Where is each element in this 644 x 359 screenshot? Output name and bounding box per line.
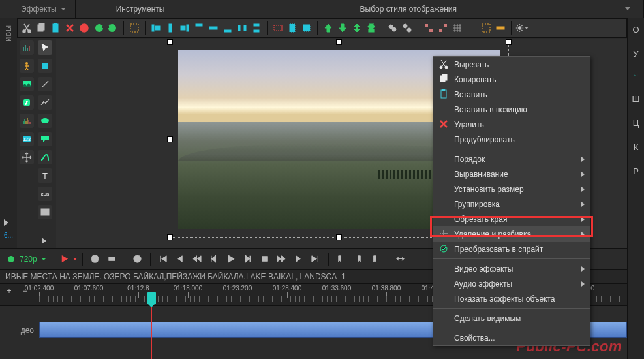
right-item-4[interactable]: Ц [633,118,639,128]
zoom-in-icon[interactable]: + [3,286,16,296]
pointer-tool-icon[interactable] [38,40,52,55]
playhead[interactable] [151,306,152,359]
same-width-icon[interactable] [271,22,284,35]
effects-tab[interactable]: Эффекты [12,0,76,18]
settings-corner[interactable] [611,0,644,18]
curve-tool-icon[interactable] [38,150,52,164]
ctx-set-size[interactable]: Установить размер [433,181,590,196]
right-item-3[interactable]: Ш [632,94,640,104]
ctx-order[interactable]: Порядок [433,151,590,166]
resize-handle-tl[interactable] [167,39,173,45]
settings-gear-icon[interactable] [515,22,529,35]
step-fwd-icon[interactable] [241,252,255,266]
ctx-duplicate[interactable]: Продублировать [433,132,590,147]
display-style-tab[interactable]: Выбор стиля отображения [206,0,611,18]
resolution-dropdown-icon[interactable] [41,258,46,260]
crop-marks-icon[interactable] [480,22,493,35]
marker-c-icon[interactable] [368,252,382,266]
ctx-paste-pos[interactable]: Вставить в позицию [433,102,590,117]
ellipse-tool-icon[interactable] [38,114,52,128]
equalizer-tool-icon[interactable] [20,114,34,128]
next-frame-icon[interactable] [292,252,306,266]
counter-tool-icon[interactable]: 123 [20,132,34,146]
ctx-remove-split[interactable]: Удаление и разбивка [433,226,590,242]
speech-tool-icon[interactable] [38,132,52,146]
ctx-paste[interactable]: Вставить [433,87,590,102]
resize-handle-bl[interactable] [167,234,173,240]
undo-icon[interactable] [92,22,105,35]
resize-handle-bm[interactable] [336,234,342,240]
ctx-copy[interactable]: Копировать [433,72,590,87]
right-item-0[interactable]: О [632,25,639,35]
zoom-timeline-icon[interactable] [393,252,408,266]
ctx-to-sprite[interactable]: Преобразовать в спрайт [433,242,590,257]
align-center-h-icon[interactable] [164,22,177,35]
expand-left-icon[interactable] [4,219,8,226]
bring-front-icon[interactable] [350,22,363,35]
polyline-tool-icon[interactable] [38,95,52,110]
go-start-icon[interactable] [156,252,170,266]
rewind-icon[interactable] [190,252,204,266]
grid2-icon[interactable] [437,22,450,35]
audio-tool-icon[interactable] [20,95,34,110]
ctx-video-fx[interactable]: Видео эффекты [433,261,590,276]
grid3-icon[interactable] [451,22,464,35]
table-tool-icon[interactable] [38,205,52,219]
loop-icon[interactable] [88,252,102,266]
step-back-icon[interactable] [207,252,221,266]
ctx-crop[interactable]: Обрезать края [433,211,590,226]
play-dropdown-icon[interactable] [73,258,77,260]
move-tool-icon[interactable] [20,150,34,164]
same-height-icon[interactable] [286,22,299,35]
distribute-v-icon[interactable] [250,22,263,35]
group-icon[interactable] [386,22,399,35]
cut-icon[interactable] [20,22,33,35]
ctx-align[interactable]: Выравнивание [433,166,590,181]
person-tool-icon[interactable] [20,59,34,73]
delete-icon[interactable] [63,22,76,35]
distribute-h-icon[interactable] [236,22,249,35]
resolution-label[interactable]: 720p [20,255,37,264]
marker-a-icon[interactable] [334,252,348,266]
clock-icon[interactable] [130,252,145,266]
paste-icon[interactable] [49,22,62,35]
play-icon[interactable] [224,252,238,266]
line-tool-icon[interactable] [38,77,52,91]
ctx-audio-fx[interactable]: Аудио эффекты [433,276,590,291]
resize-handle-tm[interactable] [336,39,342,45]
ctx-delete[interactable]: Удалить [433,117,590,132]
right-item-6[interactable]: Р [633,166,639,176]
align-right-icon[interactable] [178,22,191,35]
arrow-up-icon[interactable] [322,22,335,35]
ctx-properties[interactable]: Свойства... [433,330,590,345]
ruler-icon[interactable] [494,22,507,35]
align-bottom-icon[interactable] [221,22,234,35]
ungroup-icon[interactable] [401,22,414,35]
redo-icon[interactable] [106,22,119,35]
ctx-make-visible[interactable]: Сделать видимым [433,311,590,326]
subtitle-tool-icon[interactable]: SUB [38,187,52,201]
ctx-group[interactable]: Группировка [433,196,590,211]
ctx-show-fx[interactable]: Показать эффекты объекта [433,291,590,306]
send-back-icon[interactable] [365,22,378,35]
expand-panel-icon[interactable] [42,238,46,244]
ctx-cut[interactable]: Вырезать [433,57,590,72]
align-top-icon[interactable] [192,22,206,35]
arrow-down-icon[interactable] [336,22,349,35]
rectangle-tool-icon[interactable] [38,59,52,73]
marker-b-icon[interactable] [351,252,365,266]
resize-handle-ml[interactable] [167,136,173,142]
image-tool-icon[interactable] [20,77,34,91]
right-item-1[interactable]: У [633,49,638,59]
right-item-5[interactable]: К [634,142,639,152]
align-left-icon[interactable] [149,22,162,35]
resize-handle-tr[interactable] [506,39,512,45]
play-red-icon[interactable] [57,252,72,266]
stop-icon[interactable] [258,252,272,266]
grid4-icon[interactable] [465,22,478,35]
align-middle-icon[interactable] [207,22,220,35]
copy-icon[interactable] [35,22,48,35]
chart-tool-icon[interactable] [20,40,34,55]
prev-frame-icon[interactable] [173,252,187,266]
same-size-icon[interactable] [300,22,313,35]
